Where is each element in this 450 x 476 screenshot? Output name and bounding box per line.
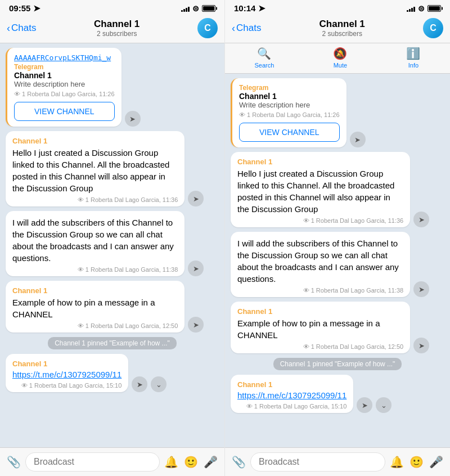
forward-button[interactable]: ➤ xyxy=(357,397,372,413)
message-row: I will add the subscribers of this Chann… xyxy=(231,232,444,297)
message-meta: 👁 1 Roberta Dal Lago Garcia, 11:38 xyxy=(237,287,403,294)
message-text: Example of how to pin a message in a CHA… xyxy=(12,297,178,320)
view-icon: 👁 xyxy=(303,287,309,294)
nav-bar: ‹ Chats Channel 1 2 subscribers C xyxy=(0,16,224,43)
back-button[interactable]: ‹ Chats xyxy=(7,23,36,34)
screen-2: 10:14 ➤ ⊜ ‹ Chats Channel 1 2 subscriber… xyxy=(225,0,450,476)
wifi-icon: ⊜ xyxy=(418,4,425,13)
back-arrow-icon: ‹ xyxy=(232,23,235,34)
forward-button[interactable]: ➤ xyxy=(413,212,429,227)
toolbar-label: Search xyxy=(255,62,274,69)
status-time: 09:55 ➤ xyxy=(9,3,40,14)
message-sender: Channel 1 xyxy=(237,307,403,316)
meta-text: 1 Roberta Dal Lago Garcia, 11:36 xyxy=(311,217,404,224)
toolbar-item-mute[interactable]: 🔕 Mute xyxy=(333,47,347,69)
message-text: I will add the subscribers of this Chann… xyxy=(12,217,178,264)
view-icon: 👁 xyxy=(78,266,84,273)
status-bar: 10:14 ➤ ⊜ xyxy=(225,0,450,16)
forward-button[interactable]: ➤ xyxy=(188,317,204,333)
meta-text: 1 Roberta Dal Lago Garcia, 12:50 xyxy=(311,343,404,350)
message-meta: 👁 1 Roberta Dal Lago Garcia, 15:10 xyxy=(12,382,122,389)
status-bar: 09:55 ➤ ⊜ xyxy=(0,0,224,16)
message-bubble: I will add the subscribers of this Chann… xyxy=(6,211,184,276)
message-bubble: I will add the subscribers of this Chann… xyxy=(231,232,410,297)
view-icon: 👁 xyxy=(78,196,84,203)
battery-icon xyxy=(428,5,441,12)
message-meta: 👁 1 Roberta Dal Lago Garcia, 15:10 xyxy=(237,403,346,410)
view-channel-button[interactable]: VIEW CHANNEL xyxy=(239,123,340,142)
message-meta: 👁 1 Roberta Dal Lago Garcia, 12:50 xyxy=(237,343,403,350)
forward-button[interactable]: ➤ xyxy=(188,261,204,276)
meta-text: 1 Roberta Dal Lago Garcia, 12:50 xyxy=(86,322,178,329)
view-icon: 👁 xyxy=(303,217,309,224)
message-row: Channel 1 Example of how to pin a messag… xyxy=(231,302,444,353)
message-sender: Channel 1 xyxy=(237,380,346,389)
bell-icon[interactable]: 🔔 xyxy=(390,455,404,469)
mic-icon[interactable]: 🎤 xyxy=(204,455,218,469)
message-bubble: Channel 1 Example of how to pin a messag… xyxy=(6,281,184,333)
channel-title: Channel 1 xyxy=(94,19,140,30)
toolbar-item-info[interactable]: ℹ️ Info xyxy=(406,47,420,69)
message-row: Channel 1 https://t.me/c/1307925099/11 👁… xyxy=(231,375,444,413)
attach-icon[interactable]: 📎 xyxy=(232,455,246,469)
intro-bubble-row: AAAAAFRCorvpLSKTHQmi_w Telegram Channel … xyxy=(6,48,219,127)
intro-meta: 👁 1 Roberta Dal Lago Garcia, 11:26 xyxy=(14,91,115,97)
message-meta: 👁 1 Roberta Dal Lago Garcia, 11:36 xyxy=(12,196,178,203)
meta-text: 1 Roberta Dal Lago Garcia, 11:36 xyxy=(86,196,178,203)
broadcast-input[interactable] xyxy=(250,452,385,471)
broadcast-input[interactable] xyxy=(25,452,160,471)
bell-icon[interactable]: 🔔 xyxy=(164,455,178,469)
link-bubble: Channel 1 https://t.me/c/1307925099/11 👁… xyxy=(6,354,128,392)
message-text: Hello I just created a Discussion Group … xyxy=(237,168,403,215)
view-icon: 👁 xyxy=(21,382,28,389)
avatar[interactable]: C xyxy=(197,18,218,38)
chat-area: Telegram Channel 1 Write description her… xyxy=(225,74,450,447)
nav-center: Channel 1 2 subscribers xyxy=(94,19,140,38)
intro-bubble: Telegram Channel 1 Write description her… xyxy=(231,78,346,147)
mic-icon[interactable]: 🎤 xyxy=(429,455,443,469)
system-message: Channel 1 pinned "Example of how ..." xyxy=(48,337,177,349)
meta-text: 1 Roberta Dal Lago Garcia, 15:10 xyxy=(29,382,122,389)
message-link[interactable]: https://t.me/c/1307925099/11 xyxy=(12,370,122,379)
telegram-label: Telegram xyxy=(14,63,115,71)
toolbar-label: Mute xyxy=(334,62,347,69)
view-channel-button[interactable]: VIEW CHANNEL xyxy=(14,102,115,121)
attach-icon[interactable]: 📎 xyxy=(7,455,21,469)
channel-desc: Write description here xyxy=(239,101,340,109)
view-icon: 👁 xyxy=(78,322,84,329)
search-icon: 🔍 xyxy=(257,47,271,60)
back-label: Chats xyxy=(11,23,36,34)
forward-button[interactable]: ➤ xyxy=(350,132,366,147)
forward-button[interactable]: ➤ xyxy=(413,338,429,353)
message-row: Channel 1 Hello I just created a Discuss… xyxy=(231,152,444,227)
meta-text: 1 Roberta Dal Lago Garcia, 11:38 xyxy=(86,266,178,273)
forward-button[interactable]: ➤ xyxy=(188,191,204,206)
info-icon: ℹ️ xyxy=(406,47,420,60)
wifi-icon: ⊜ xyxy=(192,4,199,13)
intro-bubble-row: Telegram Channel 1 Write description her… xyxy=(231,78,444,147)
input-actions: 🔔 🙂 🎤 xyxy=(390,455,443,469)
message-link[interactable]: https://t.me/c/1307925099/11 xyxy=(237,390,346,400)
back-button[interactable]: ‹ Chats xyxy=(232,23,261,34)
message-bubble: Channel 1 Hello I just created a Discuss… xyxy=(6,131,184,206)
system-message: Channel 1 pinned "Example of how ..." xyxy=(273,358,402,370)
toolbar-item-search[interactable]: 🔍 Search xyxy=(255,47,274,69)
signal-icon xyxy=(181,5,190,12)
forward-button[interactable]: ➤ xyxy=(413,281,429,297)
link-bubble: Channel 1 https://t.me/c/1307925099/11 👁… xyxy=(231,375,353,413)
channel-title: Channel 1 xyxy=(320,19,365,30)
meta-text: 1 Roberta Dal Lago Garcia, 15:10 xyxy=(254,403,347,410)
scroll-down-button[interactable]: ⌄ xyxy=(376,397,392,413)
forward-button[interactable]: ➤ xyxy=(125,111,141,127)
sticker-icon[interactable]: 🙂 xyxy=(410,455,424,469)
message-sender: Channel 1 xyxy=(12,360,122,368)
mute-icon: 🔕 xyxy=(333,47,347,60)
forward-button[interactable]: ➤ xyxy=(132,376,147,392)
scroll-down-button[interactable]: ⌄ xyxy=(151,376,166,392)
channel-url: AAAAAFRCorvpLSKTHQmi_w xyxy=(14,53,115,62)
channel-name: Channel 1 xyxy=(14,71,115,80)
avatar[interactable]: C xyxy=(423,18,443,38)
chat-area: AAAAAFRCorvpLSKTHQmi_w Telegram Channel … xyxy=(0,43,224,447)
sticker-icon[interactable]: 🙂 xyxy=(184,455,198,469)
message-text: Example of how to pin a message in a CHA… xyxy=(237,317,403,341)
